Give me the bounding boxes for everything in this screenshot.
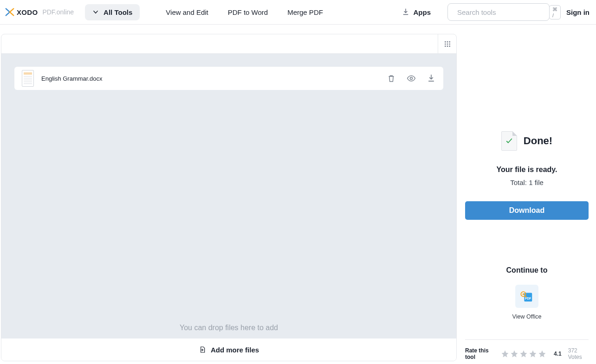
brand-logo[interactable]: XODO PDF.online [5, 7, 74, 17]
file-thumbnail-icon [22, 70, 34, 87]
svg-rect-0 [403, 14, 408, 15]
download-button[interactable]: Download [465, 201, 589, 220]
eye-icon[interactable] [406, 74, 416, 83]
star-icon[interactable] [510, 350, 518, 358]
nav-merge-pdf[interactable]: Merge PDF [287, 8, 323, 16]
search-box[interactable]: ⌘ / [447, 3, 550, 21]
svg-point-4 [447, 41, 448, 43]
rating-score: 4.1 [554, 351, 562, 357]
file-row[interactable]: English Grammar.docx [14, 67, 443, 90]
star-icon[interactable] [538, 350, 546, 358]
file-actions [387, 74, 436, 83]
panel-body: English Grammar.docx [1, 54, 456, 338]
view-office-icon: PDF [520, 289, 534, 303]
svg-point-17 [523, 293, 525, 295]
nav-view-edit[interactable]: View and Edit [166, 8, 208, 16]
grid-view-button[interactable] [438, 34, 456, 54]
svg-point-8 [449, 43, 450, 45]
status-sidebar: Done! Your file is ready. Total: 1 file … [457, 29, 596, 364]
sign-in-button[interactable]: Sign in [566, 8, 590, 16]
svg-rect-13 [428, 81, 434, 82]
search-shortcut: ⌘ / [549, 5, 561, 19]
all-tools-label: All Tools [104, 8, 132, 16]
svg-point-10 [447, 45, 448, 47]
file-plus-icon [199, 345, 206, 354]
drop-hint: You can drop files here to add [14, 324, 443, 332]
star-icon[interactable] [519, 350, 528, 358]
ready-text: Your file is ready. [496, 166, 557, 174]
trash-icon[interactable] [387, 74, 396, 83]
apps-label: Apps [414, 8, 431, 16]
download-file-icon[interactable] [427, 74, 436, 83]
grid-icon [444, 40, 451, 48]
file-name: English Grammar.docx [41, 75, 103, 82]
all-tools-button[interactable]: All Tools [85, 4, 140, 20]
download-icon [402, 8, 410, 16]
nav-links: View and Edit PDF to Word Merge PDF [166, 8, 323, 16]
rating-votes: 372 Votes [568, 347, 589, 360]
view-office-label: View Office [465, 313, 589, 320]
total-text: Total: 1 file [510, 179, 544, 186]
add-more-files-button[interactable]: Add more files [1, 338, 456, 361]
done-title: Done! [524, 135, 552, 147]
star-icon[interactable] [501, 350, 509, 358]
rating-row: Rate this tool 4.1 372 Votes [465, 339, 589, 360]
brand-sub: PDF.online [42, 8, 74, 16]
continue-block: Continue to PDF View Office [465, 266, 589, 320]
panel-toolbar [1, 34, 456, 54]
done-file-icon [501, 131, 517, 151]
xodo-logo-icon [5, 7, 15, 17]
rating-stars[interactable] [501, 350, 546, 358]
svg-point-3 [445, 41, 446, 43]
view-office-button[interactable]: PDF [515, 285, 538, 308]
svg-point-11 [449, 45, 450, 47]
apps-button[interactable]: Apps [402, 8, 431, 16]
svg-point-7 [447, 43, 448, 45]
header-bar: XODO PDF.online All Tools View and Edit … [0, 0, 596, 25]
search-input[interactable] [457, 8, 545, 16]
add-more-files-label: Add more files [211, 346, 259, 354]
done-row: Done! [501, 131, 552, 151]
svg-point-6 [445, 43, 446, 45]
continue-title: Continue to [465, 266, 589, 275]
svg-point-9 [445, 45, 446, 47]
svg-point-5 [449, 41, 450, 43]
star-icon[interactable] [529, 350, 537, 358]
file-panel: English Grammar.docx [1, 34, 457, 361]
nav-pdf-to-word[interactable]: PDF to Word [228, 8, 268, 16]
svg-point-12 [410, 77, 413, 80]
brand-name: XODO [17, 8, 38, 16]
chevron-down-icon [92, 9, 99, 15]
check-icon [505, 137, 513, 145]
rating-label: Rate this tool [465, 347, 494, 360]
